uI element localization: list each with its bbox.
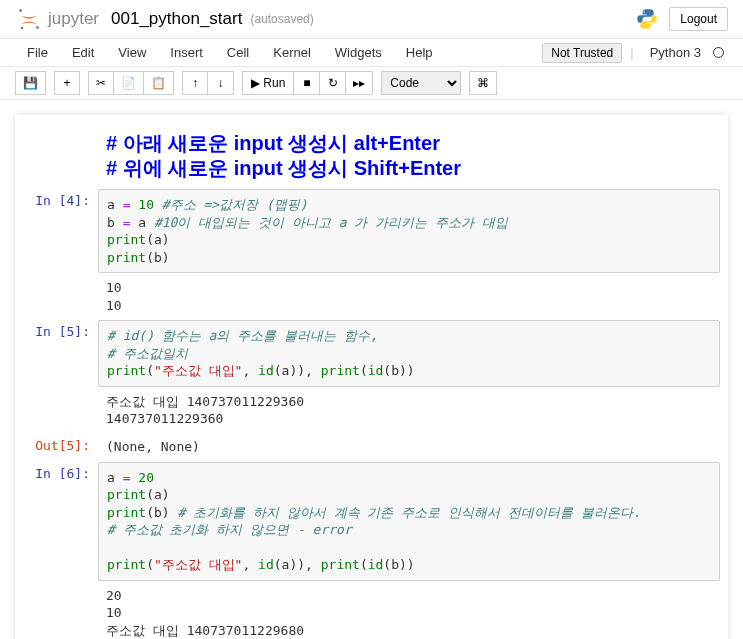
output-prompt: Out[5]: bbox=[23, 434, 98, 460]
prompt-empty bbox=[23, 125, 98, 187]
stdout: 10 10 bbox=[98, 275, 720, 318]
output-cell-5: 주소값 대입 140737011229360 140737011229360 bbox=[23, 389, 720, 432]
notebook-container: # 아래 새로운 input 생성시 alt+Enter # 위에 새로운 in… bbox=[0, 100, 743, 639]
stdout: 주소값 대입 140737011229360 140737011229360 bbox=[98, 389, 720, 432]
input-prompt: In [4]: bbox=[23, 189, 98, 273]
code-cell-5[interactable]: In [5]: # id() 함수는 a의 주소를 불러내는 함수, # 주소값… bbox=[23, 320, 720, 387]
cut-button[interactable]: ✂ bbox=[88, 71, 114, 95]
svg-point-0 bbox=[19, 9, 22, 12]
paste-button[interactable]: 📋 bbox=[144, 71, 174, 95]
svg-point-4 bbox=[650, 25, 652, 27]
header-right: Logout bbox=[635, 7, 728, 31]
input-prompt: In [5]: bbox=[23, 320, 98, 387]
menu-view[interactable]: View bbox=[106, 39, 158, 66]
output-cell-6: 20 10 주소값 대입 140737011229680 14073701122… bbox=[23, 583, 720, 639]
prompt-empty bbox=[23, 583, 98, 639]
md-heading-1: # 아래 새로운 input 생성시 alt+Enter bbox=[106, 131, 712, 156]
prompt-empty bbox=[23, 275, 98, 318]
md-heading-2: # 위에 새로운 input 생성시 Shift+Enter bbox=[106, 156, 712, 181]
restart-button[interactable]: ↻ bbox=[320, 71, 346, 95]
prompt-empty bbox=[23, 389, 98, 432]
menu-help[interactable]: Help bbox=[394, 39, 445, 66]
move-up-button[interactable]: ↑ bbox=[182, 71, 208, 95]
copy-button[interactable]: 📄 bbox=[114, 71, 144, 95]
result: (None, None) bbox=[98, 434, 720, 460]
svg-point-1 bbox=[36, 26, 40, 30]
autosave-status: (autosaved) bbox=[250, 12, 313, 26]
markdown-body: # 아래 새로운 input 생성시 alt+Enter # 위에 새로운 in… bbox=[98, 125, 720, 187]
menu-widgets[interactable]: Widgets bbox=[323, 39, 394, 66]
markdown-cell[interactable]: # 아래 새로운 input 생성시 alt+Enter # 위에 새로운 in… bbox=[23, 125, 720, 187]
menu-cell[interactable]: Cell bbox=[215, 39, 261, 66]
cell-body: # id() 함수는 a의 주소를 불러내는 함수, # 주소값일치 print… bbox=[98, 320, 720, 387]
code-cell-4[interactable]: In [4]: a = 10 #주소 =>값저장 (맵핑) b = a #10이… bbox=[23, 189, 720, 273]
run-button[interactable]: ▶ Run bbox=[242, 71, 294, 95]
notebook: # 아래 새로운 input 생성시 alt+Enter # 위에 새로운 in… bbox=[15, 115, 728, 639]
menu-kernel[interactable]: Kernel bbox=[261, 39, 323, 66]
logout-button[interactable]: Logout bbox=[669, 7, 728, 31]
result-cell-5: Out[5]: (None, None) bbox=[23, 434, 720, 460]
header: jupyter 001_python_start (autosaved) Log… bbox=[0, 0, 743, 39]
code-cell-6[interactable]: In [6]: a = 20 print(a) print(b) # 초기화를 … bbox=[23, 462, 720, 581]
stdout: 20 10 주소값 대입 140737011229680 14073701122… bbox=[98, 583, 720, 639]
python-logo-icon bbox=[635, 7, 659, 31]
brand-text: jupyter bbox=[48, 9, 99, 29]
notebook-title[interactable]: 001_python_start bbox=[111, 9, 242, 29]
menu-right: Not Trusted | Python 3 bbox=[542, 39, 728, 66]
menu-edit[interactable]: Edit bbox=[60, 39, 106, 66]
code-input[interactable]: a = 20 print(a) print(b) # 초기화를 하지 않아서 계… bbox=[98, 462, 720, 581]
save-button[interactable]: 💾 bbox=[15, 71, 46, 95]
divider: | bbox=[630, 45, 633, 60]
restart-run-all-button[interactable]: ▸▸ bbox=[346, 71, 373, 95]
kernel-name[interactable]: Python 3 bbox=[650, 45, 701, 60]
output-cell-4: 10 10 bbox=[23, 275, 720, 318]
stop-button[interactable]: ■ bbox=[294, 71, 320, 95]
code-input[interactable]: # id() 함수는 a의 주소를 불러내는 함수, # 주소값일치 print… bbox=[98, 320, 720, 387]
move-down-button[interactable]: ↓ bbox=[208, 71, 234, 95]
jupyter-logo-icon bbox=[15, 5, 43, 33]
command-palette-button[interactable]: ⌘ bbox=[469, 71, 497, 95]
svg-point-2 bbox=[21, 27, 24, 30]
input-prompt: In [6]: bbox=[23, 462, 98, 581]
add-cell-button[interactable]: + bbox=[54, 71, 80, 95]
not-trusted-button[interactable]: Not Trusted bbox=[542, 43, 622, 63]
cell-body: a = 20 print(a) print(b) # 초기화를 하지 않아서 계… bbox=[98, 462, 720, 581]
cell-body: a = 10 #주소 =>값저장 (맵핑) b = a #10이 대입되는 것이… bbox=[98, 189, 720, 273]
menu-insert[interactable]: Insert bbox=[158, 39, 215, 66]
menu-file[interactable]: File bbox=[15, 39, 60, 66]
toolbar: 💾 + ✂ 📄 📋 ↑ ↓ ▶ Run ■ ↻ ▸▸ Code ⌘ bbox=[0, 67, 743, 100]
menubar: File Edit View Insert Cell Kernel Widget… bbox=[0, 39, 743, 67]
kernel-indicator-icon bbox=[713, 47, 724, 58]
svg-point-3 bbox=[644, 11, 646, 13]
code-input[interactable]: a = 10 #주소 =>값저장 (맵핑) b = a #10이 대입되는 것이… bbox=[98, 189, 720, 273]
celltype-select[interactable]: Code bbox=[381, 71, 461, 95]
